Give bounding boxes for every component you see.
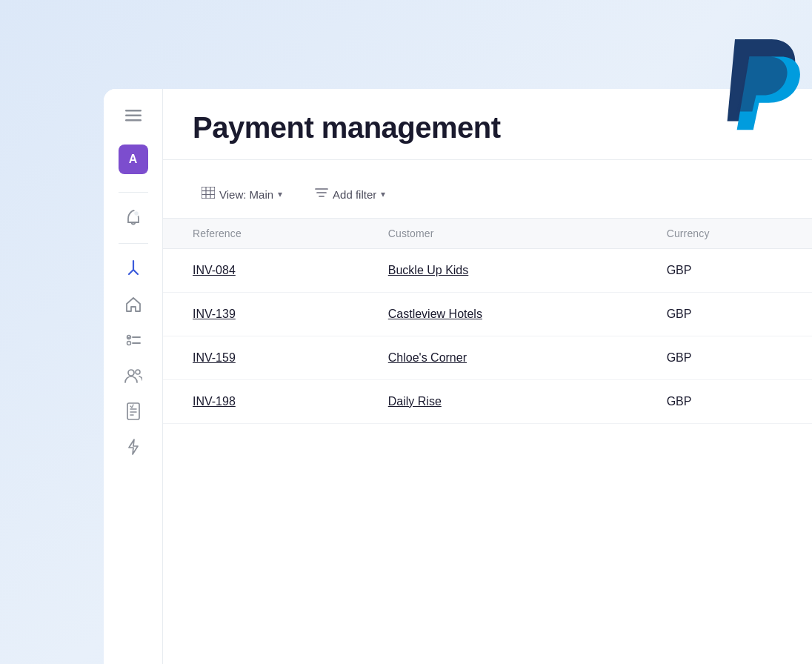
svg-rect-2 bbox=[125, 119, 142, 122]
checklist-nav-icon[interactable] bbox=[120, 327, 147, 353]
currency-value: GBP bbox=[655, 249, 812, 293]
table-toolbar: View: Main ▾ Add filter ▾ bbox=[163, 175, 812, 218]
svg-point-9 bbox=[136, 370, 140, 374]
table-header-row: Reference Customer Currency bbox=[163, 219, 812, 249]
svg-rect-1 bbox=[125, 115, 142, 117]
view-label: View: Main bbox=[219, 188, 273, 201]
col-currency: Currency bbox=[655, 219, 812, 249]
svg-rect-0 bbox=[125, 110, 142, 112]
view-selector[interactable]: View: Main ▾ bbox=[193, 182, 291, 206]
app-container: A bbox=[104, 89, 812, 664]
table-row: INV-159Chloe's CornerGBP bbox=[163, 336, 812, 380]
users-nav-icon[interactable] bbox=[120, 362, 147, 389]
table-row: INV-139Castleview HotelsGBP bbox=[163, 293, 812, 336]
page-header: Payment management bbox=[163, 89, 812, 160]
view-chevron-icon: ▾ bbox=[278, 189, 282, 199]
sidebar-divider-2 bbox=[119, 243, 148, 244]
filter-icon bbox=[315, 187, 328, 201]
col-reference: Reference bbox=[163, 219, 376, 249]
table-icon bbox=[202, 187, 215, 202]
reference-link[interactable]: INV-159 bbox=[193, 351, 236, 364]
customer-link[interactable]: Buckle Up Kids bbox=[388, 264, 469, 276]
svg-rect-14 bbox=[202, 187, 215, 199]
reference-link[interactable]: INV-084 bbox=[193, 264, 236, 276]
sidebar-divider-1 bbox=[119, 192, 148, 193]
home-nav-icon[interactable] bbox=[120, 291, 147, 318]
main-content: Payment management View: Main bbox=[163, 89, 812, 664]
customer-link[interactable]: Chloe's Corner bbox=[388, 351, 467, 364]
page-title: Payment management bbox=[193, 111, 782, 145]
filter-label: Add filter bbox=[333, 188, 376, 201]
invoices-table: Reference Customer Currency INV-084Buckl… bbox=[163, 218, 812, 424]
paypal-logo bbox=[716, 30, 812, 148]
table-area: View: Main ▾ Add filter ▾ bbox=[163, 160, 812, 664]
document-nav-icon[interactable] bbox=[120, 398, 147, 425]
currency-value: GBP bbox=[655, 336, 812, 380]
table-row: INV-198Daily RiseGBP bbox=[163, 380, 812, 424]
filter-nav-icon[interactable] bbox=[120, 256, 147, 282]
reference-link[interactable]: INV-139 bbox=[193, 308, 236, 320]
customer-link[interactable]: Daily Rise bbox=[388, 395, 442, 408]
col-customer: Customer bbox=[376, 219, 655, 249]
svg-point-6 bbox=[127, 342, 130, 345]
filter-chevron-icon: ▾ bbox=[381, 189, 385, 199]
sidebar: A bbox=[104, 89, 163, 664]
notifications-icon[interactable] bbox=[120, 205, 147, 231]
customer-link[interactable]: Castleview Hotels bbox=[388, 308, 482, 320]
svg-point-3 bbox=[133, 211, 139, 216]
table-row: INV-084Buckle Up KidsGBP bbox=[163, 249, 812, 293]
user-avatar[interactable]: A bbox=[119, 145, 148, 174]
currency-value: GBP bbox=[655, 293, 812, 336]
currency-value: GBP bbox=[655, 380, 812, 424]
svg-point-8 bbox=[128, 370, 134, 376]
hamburger-menu[interactable] bbox=[119, 104, 147, 130]
reference-link[interactable]: INV-198 bbox=[193, 395, 236, 408]
filter-button[interactable]: Add filter ▾ bbox=[306, 183, 394, 205]
lightning-nav-icon[interactable] bbox=[120, 434, 147, 460]
